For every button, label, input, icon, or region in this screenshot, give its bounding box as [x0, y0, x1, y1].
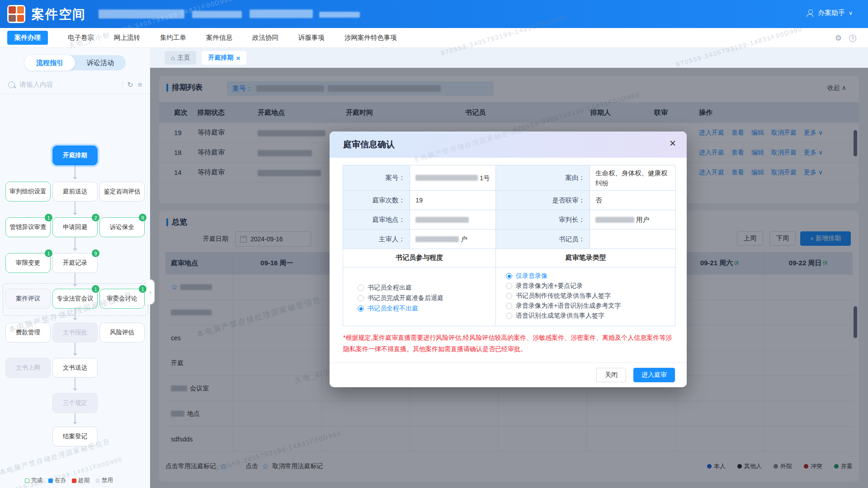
place-label: 庭审地点：	[343, 210, 410, 230]
nav-item-work-order[interactable]: 集约工单	[160, 33, 186, 42]
flow-node-time-limit-change[interactable]: 审限变更1	[5, 253, 51, 273]
flow-node-judge-meeting[interactable]: 专业法官会议1	[52, 289, 98, 309]
flow-node-appraisal[interactable]: 鉴定咨询评估	[99, 182, 145, 202]
cause-label: 案由：	[496, 165, 590, 191]
toggle-process-guide[interactable]: 流程指引	[24, 55, 75, 70]
radio-traditional-record[interactable]: 书记员制作传统笔录供当事人签字	[506, 292, 621, 300]
radio-av-only[interactable]: 仅录音录像	[506, 272, 621, 280]
search-icon	[8, 81, 15, 88]
hearing-confirm-modal: 庭审信息确认 × 案号： 1号 案由： 生命权、身体权、健康权纠纷 庭审次数： …	[330, 131, 687, 387]
nav-item-case-info[interactable]: 案件信息	[206, 33, 232, 42]
case-no-value: 1号	[410, 165, 496, 191]
legend-overdue: 超期	[72, 477, 90, 484]
legend-done: 完成	[25, 477, 42, 484]
help-icon[interactable]: ?	[849, 35, 856, 42]
nav-bar: 案件办理 电子卷宗 网上流转 集约工单 案件信息 政法协同 诉服事项 涉网案件特…	[0, 28, 868, 48]
flow-node-recusal[interactable]: 申请回避2	[52, 217, 98, 237]
nav-item-case-handling[interactable]: 案件办理	[7, 31, 48, 45]
flow-node-case-review[interactable]: 案件评议	[5, 289, 51, 309]
app-title: 案件空间	[32, 6, 86, 23]
radio-av-plus-asr[interactable]: 录音录像为准+语音识别生成参考文字	[506, 302, 621, 310]
flow-status-legend: 完成 在办 超期 禁用	[25, 477, 113, 484]
radio-clerk-full-attend[interactable]: 书记员全程出庭	[358, 284, 443, 292]
tab-close-icon[interactable]: ×	[236, 54, 240, 62]
judge-label: 审判长：	[496, 210, 590, 230]
enter-hearing-button[interactable]: 进入庭审	[633, 368, 675, 382]
flow-node-pretrial-service[interactable]: 庭前送达	[52, 182, 98, 202]
radio-clerk-leave-after-prep[interactable]: 书记员完成开庭准备后退庭	[358, 294, 443, 302]
flow-node-risk-assessment[interactable]: 风险评估	[99, 323, 145, 343]
modal-title: 庭审信息确认	[343, 139, 395, 150]
top-header: 案件空间 办案助手 ∨	[0, 0, 868, 28]
tab-hearing-schedule[interactable]: 开庭排期 ×	[202, 51, 246, 65]
host-label: 主审人：	[343, 230, 410, 249]
close-icon[interactable]: ×	[670, 138, 676, 149]
radio-clerk-absent[interactable]: 书记员全程不出庭	[358, 305, 443, 313]
app-logo-icon	[7, 5, 25, 23]
assistant-menu[interactable]: 办案助手 ∨	[806, 9, 853, 17]
process-flowchart: 开庭排期 审判组织设置 庭前送达 鉴定咨询评估 管辖异议审查1 申请回避2 诉讼…	[0, 94, 150, 465]
place-value	[410, 210, 496, 230]
nav-item-e-dossier[interactable]: 电子卷宗	[68, 33, 94, 42]
badge-count: 2	[92, 214, 99, 221]
sidebar: 流程指引 诉讼活动 请输入内容 ↻ ≡ 开庭排期 审判组织设置 庭前送达 鉴定咨…	[0, 48, 151, 488]
flow-node-jurisdiction-objection[interactable]: 管辖异议审查1	[5, 217, 51, 237]
nav-item-legal-coop[interactable]: 政法协同	[252, 33, 278, 42]
modal-header: 庭审信息确认	[330, 131, 687, 158]
assistant-person-icon	[806, 9, 814, 17]
sidebar-search[interactable]: 请输入内容 ↻ ≡	[0, 76, 150, 94]
flow-node-case-closing[interactable]: 结案登记	[52, 427, 98, 446]
assistant-label: 办案助手	[818, 9, 845, 17]
times-label: 庭审次数：	[343, 191, 410, 210]
nav-item-service[interactable]: 诉服事项	[298, 33, 325, 42]
badge-count: 9	[92, 249, 99, 257]
sidebar-toggle: 流程指引 诉讼活动	[24, 55, 126, 70]
redacted-court-name	[99, 9, 184, 19]
flow-node-trial-org[interactable]: 审判组织设置	[5, 182, 51, 202]
gear-icon[interactable]: ⚙	[835, 33, 842, 43]
participation-section-title: 书记员参与程度	[343, 249, 496, 267]
clerk-label: 书记员：	[496, 230, 590, 249]
joint-value: 否	[590, 191, 676, 210]
redacted-text	[250, 9, 313, 18]
tab-strip: ⌂ 主页 开庭排期 ×	[150, 48, 868, 68]
live-broadcast-warning: *根据规定,案件庭审直播需要进行风险评估,经风险评估较高的案件、涉敏感案件、涉密…	[343, 332, 674, 355]
close-button[interactable]: 关闭	[596, 368, 626, 382]
judge-value: 用户	[590, 210, 676, 230]
flow-node-three-rules: 三个规定	[52, 393, 98, 413]
flow-node-doc-approval: 文书报批	[52, 323, 98, 343]
badge-count: 1	[139, 285, 146, 293]
times-value: 19	[410, 191, 496, 210]
chevron-down-icon: ∨	[849, 10, 853, 16]
nav-item-net-case[interactable]: 涉网案件特色事项	[344, 33, 397, 42]
flow-node-hearing-schedule[interactable]: 开庭排期	[52, 145, 98, 165]
radio-av-plus-notes[interactable]: 录音录像为准+要点记录	[506, 282, 621, 290]
host-value: 户	[410, 230, 496, 249]
redacted-text	[319, 12, 360, 18]
home-icon: ⌂	[171, 54, 175, 61]
modal-footer: 关闭 进入庭审	[330, 362, 687, 387]
flow-node-doc-service[interactable]: 文书送达	[52, 358, 98, 378]
tab-home[interactable]: ⌂ 主页	[165, 51, 196, 65]
radio-asr-record[interactable]: 语音识别生成笔录供当事人签字	[506, 312, 621, 320]
toggle-litigation-activity[interactable]: 诉讼活动	[75, 55, 126, 70]
badge-count: 1	[45, 214, 52, 221]
flow-node-preservation[interactable]: 诉讼保全9	[99, 217, 145, 237]
joint-label: 是否联审：	[496, 191, 590, 210]
cause-value: 生命权、身体权、健康权纠纷	[590, 165, 676, 191]
flow-node-committee-discussion[interactable]: 审委会讨论1	[99, 289, 145, 309]
layers-icon[interactable]: ≡	[138, 81, 142, 89]
redacted-text	[192, 11, 242, 18]
clerk-value	[590, 230, 676, 249]
sidebar-collapse-handle[interactable]: ‹	[147, 279, 155, 305]
flow-node-fee-management[interactable]: 费款管理	[5, 323, 51, 343]
badge-count: 1	[45, 249, 52, 257]
radio-area: 书记员全程出庭 书记员完成开庭准备后退庭 书记员全程不出庭 仅录音录像 录音录像…	[343, 267, 675, 326]
legend-disabled: 禁用	[95, 477, 113, 484]
case-no-label: 案号：	[343, 165, 410, 191]
flow-node-doc-publish: 文书上网	[5, 358, 51, 378]
search-input[interactable]: 请输入内容	[19, 80, 118, 89]
refresh-icon[interactable]: ↻	[127, 80, 133, 89]
flow-node-hearing-record[interactable]: 开庭记录9	[52, 253, 98, 273]
nav-item-online-flow[interactable]: 网上流转	[114, 33, 140, 42]
